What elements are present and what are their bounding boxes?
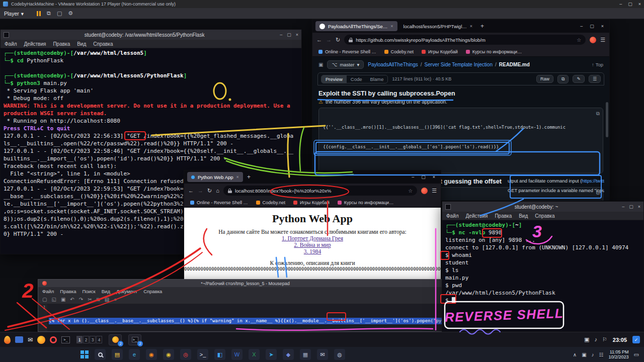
excel-icon[interactable]: X	[249, 349, 260, 360]
twitter-link[interactable]: https://twitter.com/SecGus	[582, 178, 604, 184]
menu-item[interactable]: Файл	[42, 289, 54, 294]
menu-item[interactable]: Файл	[446, 213, 459, 219]
tab-python-web-app[interactable]: Python Web App ×	[187, 172, 243, 182]
menu-item[interactable]: Справка	[93, 41, 113, 47]
tray-icon[interactable]: ▣	[584, 336, 589, 343]
copy-icon[interactable]: ⧉	[596, 110, 600, 117]
maximize-button[interactable]: ▢	[421, 174, 426, 179]
security-check-icon[interactable]: ✓	[632, 336, 640, 343]
vscode-icon[interactable]: ◧	[214, 349, 225, 360]
bookmark-item[interactable]: Codeby.net	[384, 49, 414, 54]
back-icon[interactable]: ←	[316, 37, 322, 43]
copy-icon[interactable]: ⧉	[97, 297, 100, 303]
titlebar[interactable]: student@codeby: /var/www/html/lesson5/Py…	[1, 30, 301, 40]
menu-item[interactable]: Файл	[5, 41, 17, 47]
mousepad-window[interactable]: *~/Рабочий стол/tmp_lesson_5 - Mousepad …	[38, 279, 445, 332]
back-icon[interactable]: ←	[188, 188, 194, 194]
fullscreen-icon[interactable]: ▢	[57, 10, 62, 17]
bookmark-item[interactable]: Online - Reverse Shell …	[190, 200, 248, 205]
menu-icon[interactable]: ☰	[432, 188, 437, 194]
close-button[interactable]: ×	[296, 32, 298, 37]
editor-text[interactable]: {% for x in ().__class__.__base__.__subc…	[47, 304, 445, 331]
notifications-bell-icon[interactable]: ⚐	[602, 336, 607, 343]
tab-close-icon[interactable]: ×	[390, 24, 393, 29]
minimize-button[interactable]: –	[280, 32, 282, 37]
firefox-window-webapp[interactable]: Python Web App × + – ▢ × ← → ↻ ⌂ localho…	[184, 170, 441, 280]
discord-icon[interactable]: ◆	[283, 349, 294, 360]
workspace-button[interactable]: 4	[96, 336, 102, 343]
close-button[interactable]: ×	[638, 2, 641, 7]
titlebar[interactable]: *~/Рабочий стол/tmp_lesson_5 - Mousepad	[38, 280, 445, 287]
menu-item[interactable]: Поиск	[82, 289, 95, 294]
edit-icon[interactable]: ✎	[573, 75, 585, 83]
workspace-button[interactable]: 1	[76, 336, 83, 343]
maximize-button[interactable]: ▢	[287, 32, 291, 37]
workspace-button[interactable]: 3	[90, 336, 96, 343]
volume-icon[interactable]: ♪	[594, 336, 597, 343]
firefox-icon[interactable]	[37, 336, 45, 344]
suspend-icon[interactable]	[37, 11, 41, 16]
opera-icon[interactable]: ◎	[180, 349, 191, 360]
network-icon[interactable]: ☷	[599, 352, 604, 357]
volume-icon[interactable]: ♪	[592, 352, 594, 357]
forward-icon[interactable]: →	[198, 188, 203, 194]
maximize-button[interactable]: ▢	[629, 204, 633, 209]
new-tab-button[interactable]: +	[247, 173, 251, 180]
new-document-icon[interactable]: ▢	[42, 297, 47, 302]
reload-icon[interactable]: ↻	[207, 188, 212, 194]
bookmark-item[interactable]: Курсы по информаци…	[466, 49, 522, 54]
reload-icon[interactable]: ↻	[336, 37, 340, 43]
terminal-window-netcat[interactable]: student@codeby: ~ – ▢ × ФайлДействияПрав…	[442, 201, 644, 332]
book-link[interactable]: 2. Война и мир	[184, 242, 441, 248]
copy-icon[interactable]: ⧉	[557, 75, 569, 83]
menu-item[interactable]: Вид	[77, 41, 86, 47]
open-icon[interactable]: ◱	[51, 297, 56, 302]
vmware-titlebar[interactable]: CodebyHackMachine - VMware Workstation 1…	[0, 0, 644, 8]
app-menu-flame-icon[interactable]	[4, 336, 11, 344]
tab-code[interactable]: Code	[347, 75, 366, 83]
new-tab-button[interactable]: +	[480, 23, 484, 30]
url-bar[interactable]: localhost:8080/index?book=[%%20for%20x% …	[223, 186, 417, 196]
menu-item[interactable]: Действия	[466, 213, 488, 219]
tab-close-icon[interactable]: ×	[236, 174, 239, 179]
menu-item[interactable]: Правка	[53, 41, 70, 47]
minimize-button[interactable]: –	[622, 204, 624, 209]
minimize-button[interactable]: –	[619, 2, 622, 7]
book-link[interactable]: 3. 1984	[184, 248, 441, 254]
tab-blame[interactable]: Blame	[366, 75, 388, 83]
files-icon[interactable]	[15, 336, 23, 343]
chrome-icon[interactable]: ◉	[163, 349, 174, 360]
tab-close-icon[interactable]: ×	[470, 24, 472, 29]
close-button[interactable]: ×	[433, 174, 435, 179]
terminal-output[interactable]: ┌──(student@codeby)-[~]└─$ nc -nvlp 9898…	[442, 220, 643, 331]
url-bar[interactable]: https://github.com/swisskyrepo/PayloadsA…	[344, 35, 586, 45]
tab-preview[interactable]: Preview	[321, 75, 347, 83]
back-to-top-link[interactable]: ↑Top	[592, 62, 603, 67]
paste-icon[interactable]: ▤	[105, 297, 109, 302]
search-button[interactable]	[95, 349, 106, 360]
home-icon[interactable]: ⌂	[216, 188, 219, 194]
tab-payloadsallthethings[interactable]: PayloadsAllTheThings/Se… ×	[315, 21, 397, 31]
bookmark-star-icon[interactable]: ☆	[408, 188, 413, 194]
clock[interactable]: 23:05	[613, 337, 627, 343]
breadcrumb-repo[interactable]: PayloadsAllTheThings	[368, 62, 418, 67]
tray-icon[interactable]: ▣	[582, 352, 586, 357]
maximize-button[interactable]: ▢	[590, 24, 594, 29]
menu-item[interactable]: Правка	[60, 289, 76, 294]
editor-area[interactable]: 1 {% for x in ().__class__.__base__.__su…	[38, 304, 445, 331]
terminal-icon[interactable]: >_	[61, 336, 70, 343]
redo-icon[interactable]: ↷	[79, 297, 83, 302]
bookmark-item[interactable]: Курсы по информаци…	[338, 200, 393, 205]
save-icon[interactable]: ▣	[61, 297, 65, 302]
windows-start-button[interactable]	[80, 350, 89, 358]
cut-icon[interactable]: ✂	[88, 297, 92, 302]
edge-icon[interactable]: e	[129, 349, 140, 360]
forward-icon[interactable]: →	[326, 37, 332, 43]
clock[interactable]: 11:05 PM 10/2/2023	[609, 349, 629, 360]
settings-icon[interactable]: ⚙	[68, 10, 73, 17]
mail-icon[interactable]: ✉	[28, 336, 33, 343]
minimize-button[interactable]: –	[580, 24, 583, 29]
workspace-button[interactable]: 2	[83, 336, 89, 343]
profile-avatar-icon[interactable]	[590, 37, 596, 43]
menu-item[interactable]: Справка	[535, 213, 554, 219]
